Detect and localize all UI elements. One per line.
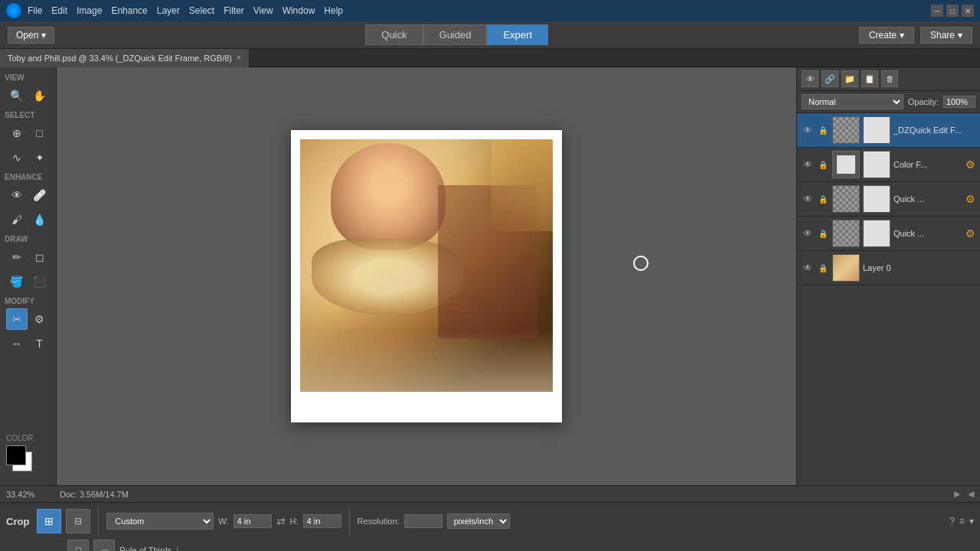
paint-bucket-tool[interactable]: 🪣 (6, 271, 28, 292)
open-button[interactable]: Open ▾ (8, 27, 54, 44)
crop-collapse-icon[interactable]: ▾ (969, 516, 974, 527)
maximize-button[interactable]: □ (946, 5, 959, 17)
layer-blend-mode-select[interactable]: Normal (802, 94, 903, 109)
color-swatches (6, 445, 37, 476)
layers-panel: 👁 🔗 📁 📋 🗑 Normal Opacity: 👁 🔒 _DZQuick E… (796, 67, 980, 485)
crop-preset-select[interactable]: Custom 1:1 4:5 (8:10) 5:7 2:3 (4:6) (106, 513, 214, 530)
document-tab-title: Toby and Phill.psd @ 33.4% (_DZQuick Edi… (8, 54, 232, 63)
menu-help[interactable]: Help (324, 5, 343, 16)
layer-item[interactable]: 👁 🔒 Quick ... ⚙ (797, 217, 980, 251)
app-icon (6, 3, 21, 18)
status-expand-arrow[interactable]: ▶ (954, 489, 960, 499)
menu-image[interactable]: Image (77, 5, 102, 16)
menu-edit[interactable]: Edit (51, 5, 67, 16)
layer-lock-icon: 🔒 (817, 227, 829, 240)
opacity-input[interactable] (943, 96, 975, 108)
cursor-indicator (633, 256, 648, 271)
pan-tool[interactable]: ✋ (29, 85, 51, 106)
menu-view[interactable]: View (253, 5, 273, 16)
crop-help-icon[interactable]: ? (949, 516, 955, 527)
brush-tool[interactable]: ✏ (6, 246, 28, 268)
document-tab-close[interactable]: × (237, 54, 241, 62)
layer-item[interactable]: 👁 🔒 Quick ... ⚙ (797, 182, 980, 217)
layers-list: 👁 🔒 _DZQuick Edit F... 👁 🔒 Color F... ⚙ (797, 113, 980, 485)
layers-toolbar: 👁 🔗 📁 📋 🗑 (797, 67, 980, 91)
landscape-ratio-button[interactable]: ▭ (93, 540, 115, 551)
modify-tools-row1: ✂ ⚙ (0, 307, 56, 331)
layer-delete-icon[interactable]: 🗑 (881, 70, 898, 87)
height-input[interactable]: 4 in (303, 514, 341, 528)
eraser-tool[interactable]: ◻ (29, 246, 51, 268)
crop-overlay-button[interactable]: ⊞ (37, 509, 61, 533)
height-label: H: (290, 517, 299, 526)
layer-visibility-toggle[interactable]: 👁 (802, 262, 814, 274)
swap-dimensions-button[interactable]: ⇄ (276, 515, 286, 527)
modify-tools-row2: ↔ T (0, 331, 56, 356)
layer-visibility-toggle[interactable]: 👁 (802, 158, 814, 171)
crop-grid-button[interactable]: ⊟ (66, 509, 90, 533)
portrait-ratio-button[interactable]: ☐ (67, 540, 89, 551)
layer-visibility-toggle[interactable]: 👁 (802, 193, 814, 205)
foreground-color-swatch[interactable] (6, 445, 26, 465)
rule-of-thirds-separator: | (176, 545, 178, 551)
straighten-tool[interactable]: ↔ (6, 333, 28, 354)
layer-item[interactable]: 👁 🔒 Color F... ⚙ (797, 148, 980, 182)
create-button[interactable]: Create ▾ (859, 27, 914, 44)
share-chevron-icon: ▾ (958, 30, 962, 41)
zoom-level: 33.42% (6, 490, 52, 499)
tab-expert[interactable]: Expert (487, 24, 548, 45)
layer-thumbnail (832, 151, 860, 178)
menu-enhance[interactable]: Enhance (111, 5, 147, 16)
layer-folder-icon[interactable]: 📁 (841, 70, 858, 87)
layer-name: Quick ... (893, 194, 962, 204)
layer-visibility-icon[interactable]: 👁 (802, 70, 818, 87)
rule-of-thirds-label[interactable]: Rule of Thirds (119, 546, 172, 551)
tab-quick[interactable]: Quick (365, 24, 423, 45)
gradient-tool[interactable]: ⬛ (29, 271, 51, 292)
share-button[interactable]: Share ▾ (920, 27, 972, 44)
layer-mask-thumbnail (863, 220, 890, 247)
crop-menu-icon[interactable]: ≡ (959, 516, 965, 527)
layer-visibility-toggle[interactable]: 👁 (802, 227, 814, 240)
recompose-tool[interactable]: ⚙ (29, 308, 51, 330)
canvas-area[interactable] (57, 67, 796, 485)
close-button[interactable]: ✕ (962, 5, 974, 17)
layer-item[interactable]: 👁 🔒 _DZQuick Edit F... (797, 113, 980, 148)
layer-copy-icon[interactable]: 📋 (861, 70, 878, 87)
type-tool[interactable]: T (29, 333, 51, 354)
menu-window[interactable]: Window (283, 5, 315, 16)
photo-bottom-glow (300, 331, 553, 392)
crop-separator2 (349, 506, 350, 536)
move-tool[interactable]: ⊕ (6, 122, 28, 144)
document-info: Doc: 3.56M/14.7M (60, 490, 946, 499)
crop-tool[interactable]: ✂ (6, 308, 28, 330)
resolution-input[interactable] (404, 514, 443, 528)
crop-toolbar-row1: Crop ⊞ ⊟ Custom 1:1 4:5 (8:10) 5:7 2:3 (… (6, 506, 974, 536)
marquee-tool[interactable]: □ (29, 122, 51, 144)
crop-toolbar-row2: ☐ ▭ Rule of Thirds | (6, 540, 178, 551)
menu-select[interactable]: Select (189, 5, 214, 16)
width-input[interactable]: 4 in (234, 514, 272, 528)
left-tool-panel: VIEW 🔍 ✋ SELECT ⊕ □ ∿ ✦ ENHANCE 👁 🩹 🖌 💧 … (0, 67, 57, 485)
zoom-tool[interactable]: 🔍 (6, 85, 28, 106)
resolution-unit-select[interactable]: pixels/inch pixels/cm (447, 514, 510, 529)
magic-wand-tool[interactable]: ✦ (29, 147, 51, 168)
layer-link-icon[interactable]: 🔗 (822, 70, 838, 87)
lasso-tool[interactable]: ∿ (6, 147, 28, 168)
status-collapse-arrow[interactable]: ◀ (968, 489, 974, 499)
blur-tool[interactable]: 💧 (29, 209, 51, 230)
menu-layer[interactable]: Layer (157, 5, 180, 16)
menu-file[interactable]: File (28, 5, 42, 16)
layer-visibility-toggle[interactable]: 👁 (802, 124, 814, 136)
crop-toolbar: Crop ⊞ ⊟ Custom 1:1 4:5 (8:10) 5:7 2:3 (… (0, 502, 980, 551)
minimize-button[interactable]: ─ (931, 5, 943, 17)
red-eye-tool[interactable]: 👁 (6, 184, 28, 206)
document-tab[interactable]: Toby and Phill.psd @ 33.4% (_DZQuick Edi… (0, 49, 250, 67)
clone-tool[interactable]: 🖌 (6, 209, 28, 230)
layer-item[interactable]: 👁 🔒 Layer 0 (797, 251, 980, 285)
healing-tool[interactable]: 🩹 (29, 184, 51, 206)
layer-lock-icon: 🔒 (817, 158, 829, 171)
tab-guided[interactable]: Guided (423, 24, 488, 45)
draw-tools-row2: 🪣 ⬛ (0, 269, 56, 294)
menu-filter[interactable]: Filter (224, 5, 244, 16)
